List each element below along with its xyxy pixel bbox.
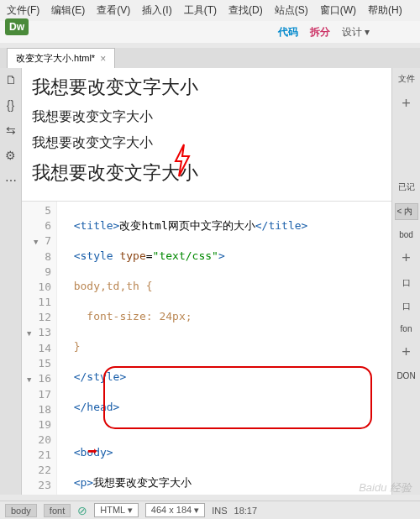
code-editor[interactable]: 5 6 ▼ 7 8 9 10 11 12 ▼ 13 14 15 ▼ 16 17 … bbox=[22, 202, 391, 495]
menu-find[interactable]: 查找(D) bbox=[228, 3, 263, 18]
status-ok-icon: ⊘ bbox=[77, 504, 87, 517]
braces-icon[interactable]: {} bbox=[7, 98, 14, 112]
watermark: Baidu 经验 bbox=[359, 480, 412, 495]
menu-site[interactable]: 站点(S) bbox=[275, 3, 308, 18]
menu-tools[interactable]: 工具(T) bbox=[184, 3, 217, 18]
preview-line-3: 我想要改变文字大小 bbox=[32, 134, 381, 152]
preview-line-2: 我想要改变文字大小 bbox=[32, 108, 381, 126]
menu-help[interactable]: 帮助(H) bbox=[368, 3, 402, 18]
view-design-button[interactable]: 设计 ▾ bbox=[342, 25, 370, 39]
panel-files[interactable]: 文件 bbox=[396, 71, 417, 86]
gear-icon[interactable]: ⚙ bbox=[5, 149, 16, 162]
lightning-icon bbox=[172, 143, 192, 186]
plus-icon[interactable]: + bbox=[402, 95, 411, 113]
language-select[interactable]: HTML ▾ bbox=[94, 503, 139, 517]
more-icon[interactable]: ⋯ bbox=[5, 174, 17, 187]
line-gutter: 5 6 ▼ 7 8 9 10 11 12 ▼ 13 14 15 ▼ 16 17 … bbox=[22, 202, 57, 495]
panel-body-item[interactable]: bod bbox=[397, 228, 415, 241]
preview-line-1: 我想要改变文字大小 bbox=[32, 75, 381, 100]
file-tab-name: 改变文字大小.html* bbox=[16, 52, 95, 65]
panel-item-5[interactable]: 口 bbox=[401, 275, 412, 291]
live-preview: 我想要改变文字大小 我想要改变文字大小 我想要改变文字大小 我想要改变文字大小 bbox=[22, 68, 391, 202]
menu-view[interactable]: 查看(V) bbox=[97, 3, 130, 18]
breadcrumb-font[interactable]: font bbox=[44, 504, 71, 517]
view-toolbar: 代码 拆分 设计 ▾ bbox=[0, 21, 420, 43]
menu-edit[interactable]: 编辑(E) bbox=[51, 3, 85, 18]
plus-icon-3[interactable]: + bbox=[402, 343, 411, 361]
close-icon[interactable]: × bbox=[100, 53, 106, 65]
file-tab[interactable]: 改变文字大小.html* × bbox=[7, 48, 115, 68]
panel-dom-tab[interactable]: < 内 bbox=[395, 203, 418, 220]
swap-icon[interactable]: ⇆ bbox=[6, 123, 16, 137]
right-panel: 文件 + 已记 < 内 bod + 口 口 fon + DON bbox=[391, 68, 420, 495]
plus-icon-2[interactable]: + bbox=[402, 249, 411, 267]
chevron-down-icon: ▾ bbox=[365, 26, 370, 38]
panel-item-6[interactable]: 口 bbox=[401, 299, 412, 314]
menu-insert[interactable]: 插入(I) bbox=[142, 3, 171, 18]
view-split-button[interactable]: 拆分 bbox=[310, 25, 330, 39]
menu-file[interactable]: 文件(F) bbox=[7, 3, 39, 18]
dimensions-select[interactable]: 464 x 184 ▾ bbox=[145, 503, 205, 517]
menu-bar: 文件(F) 编辑(E) 查看(V) 插入(I) 工具(T) 查找(D) 站点(S… bbox=[0, 0, 420, 21]
cursor-position: 18:17 bbox=[234, 506, 258, 516]
file-icon[interactable]: 🗋 bbox=[5, 73, 17, 86]
panel-dom-item[interactable]: DON bbox=[395, 370, 417, 382]
panel-label-2[interactable]: 已记 bbox=[396, 180, 417, 195]
file-tab-bar: 改变文字大小.html* × bbox=[0, 48, 420, 68]
left-tool-strip: 🗋 {} ⇆ ⚙ ⋯ bbox=[0, 68, 22, 495]
preview-line-4: 我想要改变文字大小 bbox=[32, 160, 381, 186]
code-body[interactable]: <title>改变html网页中文字的大小</title> <style typ… bbox=[57, 202, 391, 495]
menu-window[interactable]: 窗口(W) bbox=[320, 3, 356, 18]
panel-font-item[interactable]: fon bbox=[399, 322, 414, 335]
breadcrumb-body[interactable]: body bbox=[5, 504, 37, 517]
view-code-button[interactable]: 代码 bbox=[278, 25, 298, 39]
insert-mode[interactable]: INS bbox=[212, 506, 227, 516]
app-logo: Dw bbox=[5, 18, 29, 35]
status-bar: body font ⊘ HTML ▾ 464 x 184 ▾ INS 18:17 bbox=[0, 501, 420, 519]
